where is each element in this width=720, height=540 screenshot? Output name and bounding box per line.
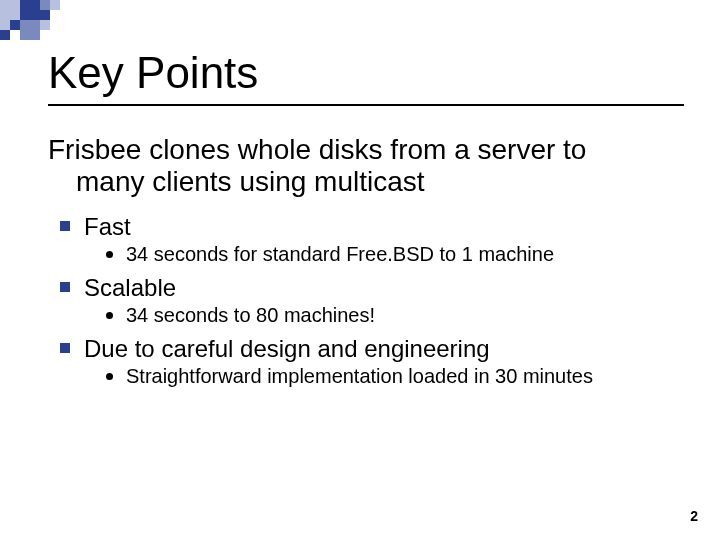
slide-title: Key Points: [48, 48, 680, 98]
corner-decoration: [0, 0, 120, 40]
bullet-item: Scalable 34 seconds to 80 machines!: [56, 273, 680, 328]
sub-bullet-list: Straightforward implementation loaded in…: [84, 364, 680, 389]
sub-bullet-item: Straightforward implementation loaded in…: [104, 364, 680, 389]
bullet-label: Scalable: [84, 274, 176, 301]
sub-bullet-item: 34 seconds for standard Free.BSD to 1 ma…: [104, 242, 680, 267]
slide-content: Key Points Frisbee clones whole disks fr…: [48, 48, 680, 395]
page-number: 2: [690, 508, 698, 524]
sub-bullet-list: 34 seconds for standard Free.BSD to 1 ma…: [84, 242, 680, 267]
lead-text: Frisbee clones whole disks from a server…: [48, 134, 680, 198]
bullet-item: Fast 34 seconds for standard Free.BSD to…: [56, 212, 680, 267]
bullet-label: Due to careful design and engineering: [84, 335, 490, 362]
bullet-item: Due to careful design and engineering St…: [56, 334, 680, 389]
sub-bullet-item: 34 seconds to 80 machines!: [104, 303, 680, 328]
bullet-list: Fast 34 seconds for standard Free.BSD to…: [48, 212, 680, 389]
bullet-label: Fast: [84, 213, 131, 240]
lead-line-1: Frisbee clones whole disks from a server…: [48, 134, 586, 165]
sub-bullet-list: 34 seconds to 80 machines!: [84, 303, 680, 328]
title-underline: [48, 104, 684, 106]
lead-line-2: many clients using multicast: [48, 166, 680, 198]
